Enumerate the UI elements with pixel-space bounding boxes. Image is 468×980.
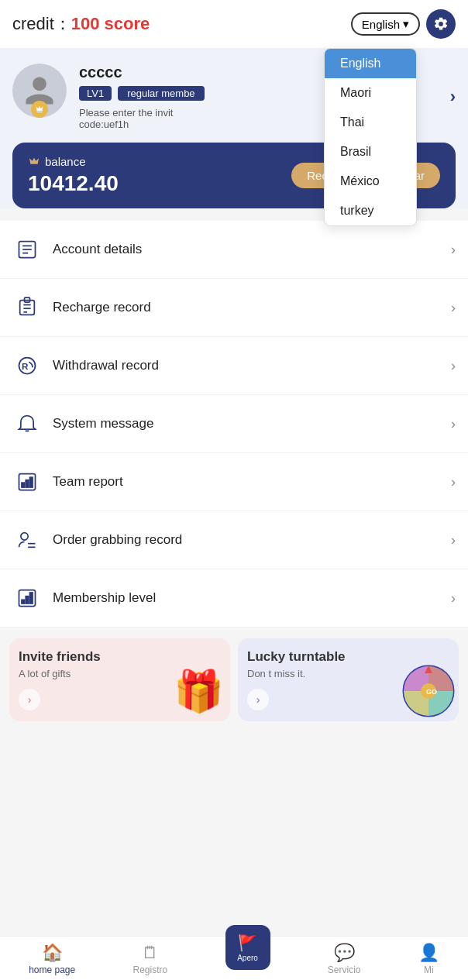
invite-code: code:uef1h <box>79 119 129 130</box>
svg-text:GO: GO <box>426 688 437 696</box>
team-report-arrow: › <box>451 474 456 490</box>
order-grabbing-icon <box>12 525 42 555</box>
withdrawal-record-icon: R <box>12 351 42 380</box>
nav-registro[interactable]: 🗒 Registro <box>133 943 168 975</box>
credit-label: credit：100 score <box>12 14 150 33</box>
credit-score: 100 score <box>71 14 150 33</box>
language-selector[interactable]: English ▾ <box>351 12 420 36</box>
svg-rect-14 <box>26 480 29 487</box>
membership-level-label: Membership level <box>53 590 440 606</box>
mi-icon: 👤 <box>418 943 439 963</box>
balance-label: balance <box>28 155 119 168</box>
bottom-navigation: 🏠 home page 🗒 Registro 🚩 Apero 💬 Servici… <box>0 936 468 980</box>
registro-icon: 🗒 <box>142 943 159 963</box>
menu-item-system-message[interactable]: System message › <box>0 395 468 453</box>
lang-current-label: English <box>362 18 400 31</box>
svg-rect-13 <box>22 483 25 487</box>
header-right: English ▾ English Maori Thai Brasil Méxi… <box>351 9 456 39</box>
membership-level-icon <box>12 583 42 613</box>
svg-rect-15 <box>30 477 33 487</box>
header: credit：100 score English ▾ English Maori… <box>0 0 468 48</box>
promo-section: Invite friends A lot of gifts › 🎁 Lucky … <box>0 628 468 732</box>
withdrawal-record-label: Withdrawal record <box>53 358 440 373</box>
menu-item-withdrawal-record[interactable]: R Withdrawal record › <box>0 337 468 395</box>
menu-item-recharge-record[interactable]: Recharge record › <box>0 279 468 337</box>
avatar-crown-badge <box>31 101 48 118</box>
menu-item-order-grabbing[interactable]: Order grabbing record › <box>0 511 468 569</box>
membership-level-arrow: › <box>451 590 456 607</box>
apero-button[interactable]: 🚩 Apero <box>225 925 270 970</box>
team-report-label: Team report <box>53 474 440 490</box>
nav-mi-label: Mi <box>424 965 434 975</box>
lang-option-english[interactable]: English <box>325 49 416 78</box>
gift-icon: 🎁 <box>174 668 224 715</box>
lang-option-maori[interactable]: Maori <box>325 78 416 108</box>
menu-item-team-report[interactable]: Team report › <box>0 453 468 511</box>
language-dropdown: English Maori Thai Brasil México turkey <box>324 48 417 226</box>
svg-point-16 <box>21 533 28 540</box>
lang-option-mexico[interactable]: México <box>325 167 416 196</box>
lucky-turntable-title: Lucky turntable <box>247 649 449 665</box>
account-details-label: Account details <box>53 242 440 257</box>
nav-mi[interactable]: 👤 Mi <box>418 943 439 975</box>
profile-arrow-icon[interactable]: › <box>450 87 456 107</box>
credit-display: credit：100 score <box>12 12 150 36</box>
nav-home[interactable]: 🏠 home page <box>29 943 75 975</box>
system-message-arrow: › <box>451 416 456 432</box>
apero-label: Apero <box>237 954 258 962</box>
order-grabbing-label: Order grabbing record <box>53 532 440 548</box>
invite-text-line1: Please enter the invit <box>79 107 173 119</box>
account-details-arrow: › <box>451 242 456 258</box>
member-badge: regular membe <box>118 86 204 101</box>
gear-icon <box>433 16 449 32</box>
recharge-record-label: Recharge record <box>53 300 440 315</box>
balance-label-text: balance <box>45 155 86 168</box>
crown-small-icon <box>28 156 40 168</box>
avatar-wrap <box>12 64 67 118</box>
system-message-icon <box>12 409 42 438</box>
balance-info: balance 10412.40 <box>28 155 119 196</box>
nav-servicio-label: Servicio <box>328 965 361 975</box>
lang-option-brasil[interactable]: Brasil <box>325 137 416 167</box>
lucky-turntable-arrow-button[interactable]: › <box>247 689 269 710</box>
dropdown-arrow-icon: ▾ <box>403 17 409 31</box>
lang-option-turkey[interactable]: turkey <box>325 196 416 225</box>
recharge-record-icon <box>12 293 42 322</box>
nav-apero[interactable]: 🚩 Apero <box>225 925 270 970</box>
svg-text:R: R <box>22 361 29 371</box>
promo-card-invite[interactable]: Invite friends A lot of gifts › 🎁 <box>9 638 230 721</box>
apero-flag-icon: 🚩 <box>238 934 257 952</box>
recharge-record-arrow: › <box>451 300 456 316</box>
crown-icon <box>35 105 44 114</box>
lang-option-thai[interactable]: Thai <box>325 108 416 137</box>
svg-rect-22 <box>30 593 33 603</box>
withdrawal-record-arrow: › <box>451 358 456 374</box>
servicio-icon: 💬 <box>334 943 355 963</box>
menu-item-account-details[interactable]: Account details › <box>0 221 468 279</box>
account-details-icon <box>12 235 42 264</box>
menu-item-membership-level[interactable]: Membership level › <box>0 569 468 628</box>
level-badge: LV1 <box>79 86 112 101</box>
turntable-icon: GO <box>401 664 456 718</box>
menu-list: Account details › Recharge record › R Wi… <box>0 221 468 628</box>
svg-rect-21 <box>26 597 29 603</box>
home-icon: 🏠 <box>42 943 63 963</box>
promo-card-lucky[interactable]: Lucky turntable Don t miss it. › GO <box>238 638 459 721</box>
invite-friends-title: Invite friends <box>19 649 221 665</box>
order-grabbing-arrow: › <box>451 532 456 548</box>
team-report-icon <box>12 467 42 497</box>
nav-registro-label: Registro <box>133 965 168 975</box>
bottom-spacer <box>0 732 468 794</box>
invite-friends-arrow-button[interactable]: › <box>19 689 40 710</box>
svg-rect-20 <box>22 600 25 603</box>
nav-home-label: home page <box>29 965 75 975</box>
system-message-label: System message <box>53 416 440 432</box>
settings-button[interactable] <box>426 9 456 39</box>
balance-amount: 10412.40 <box>28 171 119 196</box>
nav-servicio[interactable]: 💬 Servicio <box>328 943 361 975</box>
